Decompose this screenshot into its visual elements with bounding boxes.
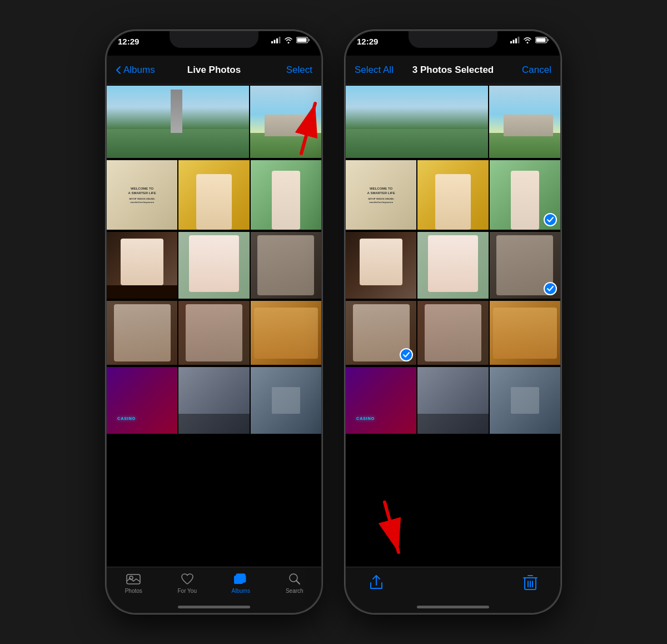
wifi-icon <box>284 37 293 43</box>
svg-rect-1 <box>274 40 276 44</box>
select-badge-2 <box>544 282 557 295</box>
casino-text-right: CASINO <box>356 417 375 420</box>
photo-r-bridge-1[interactable] <box>417 367 488 434</box>
photo-grid-right: WELCOME TO A SMARTER LIFE SETUP VIDEOS O… <box>346 85 560 567</box>
photo-cell-nanoleaf[interactable]: WELCOME TO A SMARTER LIFE SETUP VIDEOS O… <box>107 160 177 230</box>
svg-line-15 <box>296 581 300 584</box>
share-button[interactable] <box>368 574 385 593</box>
cancel-button[interactable]: Cancel <box>522 65 551 76</box>
tab-search[interactable]: Search <box>268 572 322 594</box>
bottom-toolbar <box>346 567 560 613</box>
battery-icon-right <box>535 37 549 43</box>
casino-text: CASINO <box>117 417 136 420</box>
tab-for-you[interactable]: For You <box>161 572 215 594</box>
search-icon <box>287 572 302 586</box>
photos-tab-label: Photos <box>125 588 142 594</box>
phone-left: 12:29 <box>106 30 322 614</box>
nav-title-left: Live Photos <box>187 65 241 76</box>
delete-button[interactable] <box>522 574 538 593</box>
select-badge-1 <box>544 213 557 226</box>
back-label: Albums <box>123 65 155 76</box>
photo-cell-hp[interactable] <box>251 301 321 365</box>
grid-row-3 <box>107 232 321 299</box>
notch-right <box>409 31 497 48</box>
svg-rect-21 <box>547 39 549 41</box>
photo-r-baby-chair[interactable] <box>417 160 488 230</box>
photo-cell-castle[interactable] <box>250 86 321 158</box>
photo-cell-baby-standing[interactable] <box>251 160 321 230</box>
back-chevron-icon <box>116 66 121 75</box>
tab-bar-left: Photos For You <box>107 567 321 613</box>
svg-rect-6 <box>297 38 307 42</box>
svg-rect-13 <box>238 576 246 582</box>
svg-rect-5 <box>308 39 310 41</box>
photo-cell-train[interactable] <box>107 232 177 299</box>
photo-r-hp[interactable] <box>490 301 560 365</box>
photo-cell-baby-chair[interactable] <box>178 160 249 230</box>
svg-rect-0 <box>271 41 273 43</box>
grid-row-4 <box>107 301 321 365</box>
nav-bar-left: Albums Live Photos Select <box>107 56 321 85</box>
grid-row-r2: WELCOME TO A SMARTER LIFE SETUP VIDEOS O… <box>346 160 560 230</box>
for-you-tab-label: For You <box>178 588 197 594</box>
tab-albums[interactable]: Albums <box>214 572 268 594</box>
svg-rect-16 <box>510 41 512 43</box>
select-all-button[interactable]: Select All <box>355 65 394 76</box>
battery-icon <box>296 37 310 43</box>
svg-rect-2 <box>276 38 278 43</box>
svg-rect-18 <box>515 38 517 43</box>
signal-icon-right <box>510 37 520 43</box>
grid-row-r1 <box>346 86 560 158</box>
photo-cell-casino[interactable]: CASINO <box>107 367 177 434</box>
photo-r-train[interactable] <box>346 232 416 299</box>
photo-r-baby-standing[interactable] <box>490 160 560 230</box>
select-button[interactable]: Select <box>286 65 312 76</box>
photo-r-casino[interactable]: CASINO <box>346 367 416 434</box>
photo-r-selfie-2[interactable] <box>417 301 488 365</box>
albums-icon <box>233 572 248 586</box>
albums-tab-label: Albums <box>232 588 250 594</box>
home-indicator-right <box>417 606 489 608</box>
grid-row-r5: CASINO <box>346 367 560 434</box>
photo-r-landscape[interactable] <box>346 86 488 158</box>
photo-r-baby-wave[interactable] <box>417 232 488 299</box>
photo-cell-selfie-1[interactable] <box>107 301 177 365</box>
photo-r-castle[interactable] <box>489 86 560 158</box>
grid-row-r4 <box>346 301 560 365</box>
photo-cell-bridge-2[interactable] <box>251 367 321 434</box>
photo-cell-landscape[interactable] <box>107 86 249 158</box>
svg-rect-17 <box>513 40 515 44</box>
photo-cell-couple-dark[interactable] <box>251 232 321 299</box>
svg-rect-22 <box>536 38 546 42</box>
tab-photos[interactable]: Photos <box>107 572 161 594</box>
grid-row-1 <box>107 86 321 158</box>
grid-row-r3 <box>346 232 560 299</box>
for-you-icon <box>180 572 195 586</box>
status-icons-left <box>271 37 310 43</box>
wifi-icon-right <box>523 37 532 43</box>
nav-bar-right: Select All 3 Photos Selected Cancel <box>346 56 560 85</box>
home-indicator-left <box>178 606 250 608</box>
photo-cell-baby-wave[interactable] <box>178 232 249 299</box>
svg-rect-3 <box>279 37 281 43</box>
signal-icon <box>271 37 281 43</box>
scene: 12:29 <box>106 30 561 614</box>
photo-grid-left: WELCOME TO A SMARTER LIFE SETUP VIDEOS O… <box>107 85 321 567</box>
grid-row-5: CASINO <box>107 367 321 434</box>
nav-title-right: 3 Photos Selected <box>412 65 494 76</box>
photo-r-couple-dark[interactable] <box>490 232 560 299</box>
photo-r-selfie-1[interactable] <box>346 301 416 365</box>
photo-r-nanoleaf[interactable]: WELCOME TO A SMARTER LIFE SETUP VIDEOS O… <box>346 160 416 230</box>
status-icons-right <box>510 37 549 43</box>
svg-rect-19 <box>518 37 520 43</box>
photos-icon <box>126 572 141 586</box>
notch <box>170 31 258 48</box>
search-tab-label: Search <box>286 588 303 594</box>
photo-cell-selfie-2[interactable] <box>178 301 249 365</box>
phone-right: 12:29 <box>345 30 561 614</box>
photo-r-bridge-2[interactable] <box>490 367 560 434</box>
grid-row-2: WELCOME TO A SMARTER LIFE SETUP VIDEOS O… <box>107 160 321 230</box>
back-button-left[interactable]: Albums <box>116 65 155 76</box>
photo-cell-bridge-1[interactable] <box>178 367 249 434</box>
